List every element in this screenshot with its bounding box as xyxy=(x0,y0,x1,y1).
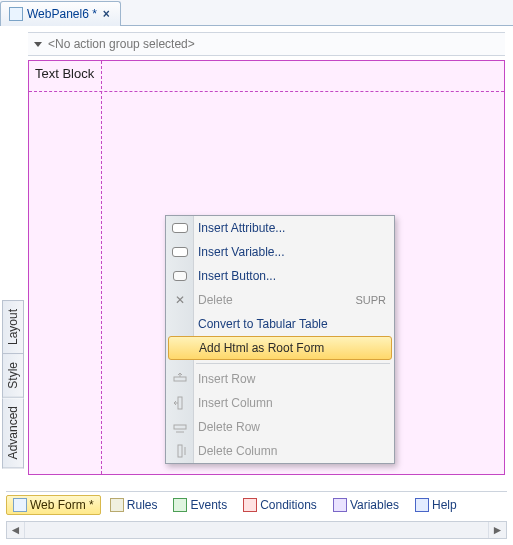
conditions-icon xyxy=(243,498,257,512)
menu-shortcut: SUPR xyxy=(355,294,386,306)
rules-icon xyxy=(110,498,124,512)
svg-rect-4 xyxy=(174,425,186,429)
menu-label: Delete Row xyxy=(198,420,260,434)
tab-style[interactable]: Style xyxy=(2,354,24,398)
menu-add-html-root[interactable]: Add Html as Root Form xyxy=(168,336,392,360)
menu-convert-tabular[interactable]: Convert to Tabular Table xyxy=(166,312,394,336)
document-tabs: WebPanel6 * × xyxy=(0,0,513,26)
attribute-icon xyxy=(171,220,189,236)
menu-label: Insert Variable... xyxy=(198,245,284,259)
tab-variables[interactable]: Variables xyxy=(326,495,406,515)
svg-rect-0 xyxy=(174,377,186,381)
scroll-right-arrow[interactable]: ► xyxy=(488,522,506,538)
tab-advanced[interactable]: Advanced xyxy=(2,398,24,468)
delete-row-icon xyxy=(171,419,189,435)
menu-insert-row: Insert Row xyxy=(166,367,394,391)
menu-delete: Delete SUPR xyxy=(166,288,394,312)
menu-insert-attribute[interactable]: Insert Attribute... xyxy=(166,216,394,240)
tab-conditions[interactable]: Conditions xyxy=(236,495,324,515)
delete-column-icon xyxy=(171,443,189,459)
svg-rect-2 xyxy=(178,397,182,409)
document-tab-title: WebPanel6 * xyxy=(27,7,97,21)
tab-layout[interactable]: Layout xyxy=(2,300,24,354)
menu-label: Add Html as Root Form xyxy=(199,341,324,355)
menu-label: Insert Button... xyxy=(198,269,276,283)
webform-icon xyxy=(13,498,27,512)
menu-separator xyxy=(196,363,390,364)
insert-row-icon xyxy=(171,371,189,387)
menu-insert-variable[interactable]: Insert Variable... xyxy=(166,240,394,264)
menu-label: Delete xyxy=(198,293,233,307)
scroll-left-arrow[interactable]: ◄ xyxy=(7,522,25,538)
tab-rules[interactable]: Rules xyxy=(103,495,165,515)
insert-column-icon xyxy=(171,395,189,411)
tab-web-form[interactable]: Web Form * xyxy=(6,495,101,515)
document-tab-webpanel6[interactable]: WebPanel6 * × xyxy=(0,1,121,26)
variables-icon xyxy=(333,498,347,512)
tab-label: Web Form * xyxy=(30,498,94,512)
svg-rect-6 xyxy=(178,445,182,457)
tab-label: Variables xyxy=(350,498,399,512)
variable-icon xyxy=(171,244,189,260)
menu-delete-column: Delete Column xyxy=(166,439,394,463)
action-group-bar[interactable]: <No action group selected> xyxy=(28,32,505,56)
menu-label: Insert Column xyxy=(198,396,273,410)
webpanel-icon xyxy=(9,7,23,21)
left-vertical-tabs: Advanced Style Layout xyxy=(2,300,24,468)
menu-label: Delete Column xyxy=(198,444,277,458)
tab-label: Rules xyxy=(127,498,158,512)
context-menu: Insert Attribute... Insert Variable... I… xyxy=(165,215,395,464)
tab-label: Events xyxy=(190,498,227,512)
menu-insert-button[interactable]: Insert Button... xyxy=(166,264,394,288)
menu-delete-row: Delete Row xyxy=(166,415,394,439)
menu-label: Insert Row xyxy=(198,372,255,386)
menu-label: Insert Attribute... xyxy=(198,221,285,235)
action-group-text: <No action group selected> xyxy=(48,37,195,51)
delete-icon xyxy=(171,292,189,308)
bottom-tabs: Web Form * Rules Events Conditions Varia… xyxy=(6,491,507,515)
menu-label: Convert to Tabular Table xyxy=(198,317,328,331)
text-block-label[interactable]: Text Block xyxy=(35,66,94,81)
chevron-down-icon xyxy=(34,42,42,47)
events-icon xyxy=(173,498,187,512)
tab-help[interactable]: Help xyxy=(408,495,464,515)
tab-events[interactable]: Events xyxy=(166,495,234,515)
tab-label: Conditions xyxy=(260,498,317,512)
close-icon[interactable]: × xyxy=(101,7,112,21)
button-icon xyxy=(171,268,189,284)
menu-insert-column: Insert Column xyxy=(166,391,394,415)
help-icon xyxy=(415,498,429,512)
tab-label: Help xyxy=(432,498,457,512)
horizontal-scrollbar[interactable]: ◄ ► xyxy=(6,521,507,539)
